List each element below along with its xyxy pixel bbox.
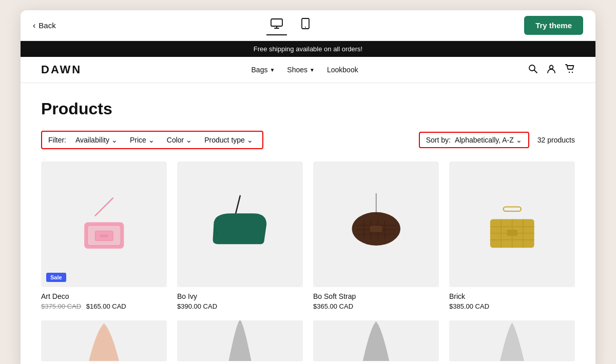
main-content: Products Filter: Availability ⌄ Price ⌄ … [21, 83, 595, 364]
svg-line-10 [95, 198, 112, 215]
product-image-brick [449, 161, 575, 287]
product-card-bo-soft-strap[interactable]: Bo Soft Strap $365.00 CAD [313, 161, 439, 310]
back-button[interactable]: ‹ Back [33, 21, 56, 30]
svg-rect-26 [503, 207, 521, 211]
sale-badge: Sale [46, 273, 66, 282]
product-card-partial-3 [313, 320, 439, 361]
nav-icons [528, 64, 575, 76]
product-grid: Sale Art Deco $375.00 CAD $165.00 CAD [41, 161, 575, 310]
filter-group: Filter: Availability ⌄ Price ⌄ Color ⌄ [41, 131, 263, 149]
store-content: Free shipping available on all orders! D… [21, 41, 595, 364]
product-type-chevron-icon: ⌄ [247, 136, 253, 144]
store-nav: DAWN Bags ▼ Shoes ▼ Lookbook [21, 57, 595, 83]
product-image-partial-3 [313, 320, 439, 361]
back-label: Back [38, 21, 55, 30]
tablet-device-button[interactable] [297, 15, 314, 36]
right-side: Sort by: Alphabetically, A-Z ⌄ 32 produc… [419, 132, 575, 148]
filter-label: Filter: [48, 136, 66, 144]
filter-sort-row: Filter: Availability ⌄ Price ⌄ Color ⌄ [41, 131, 575, 149]
product-image-partial-4 [449, 320, 575, 361]
product-price-art-deco: $375.00 CAD $165.00 CAD [41, 302, 167, 310]
try-theme-button[interactable]: Try theme [524, 16, 583, 35]
desktop-device-button[interactable] [266, 15, 287, 35]
filter-price[interactable]: Price ⌄ [127, 135, 158, 145]
filter-product-type[interactable]: Product type ⌄ [201, 135, 256, 145]
sort-value: Alphabetically, A-Z [455, 136, 514, 144]
svg-point-8 [569, 71, 570, 72]
product-card-art-deco[interactable]: Sale Art Deco $375.00 CAD $165.00 CAD [41, 161, 167, 310]
product-image-art-deco: Sale [41, 161, 167, 287]
svg-point-7 [550, 65, 553, 69]
product-image-bo-ivy [177, 161, 303, 287]
product-image-partial-1 [41, 320, 167, 361]
svg-line-6 [534, 70, 537, 73]
nav-link-bags[interactable]: Bags ▼ [252, 66, 275, 74]
svg-rect-25 [370, 225, 383, 232]
product-card-partial-4 [449, 320, 575, 361]
availability-chevron-icon: ⌄ [111, 136, 118, 144]
svg-rect-34 [507, 230, 517, 236]
search-icon[interactable] [528, 64, 538, 76]
page-title: Products [41, 99, 575, 118]
back-arrow-icon: ‹ [33, 21, 35, 30]
sort-button[interactable]: Alphabetically, A-Z ⌄ [455, 136, 522, 144]
product-price-bo-ivy: $390.00 CAD [177, 302, 303, 310]
device-toggle [266, 15, 314, 36]
color-chevron-icon: ⌄ [186, 136, 192, 144]
cart-icon[interactable] [565, 64, 575, 76]
product-name-bo-soft-strap: Bo Soft Strap [313, 292, 439, 300]
sort-group: Sort by: Alphabetically, A-Z ⌄ [419, 132, 529, 148]
product-card-partial-1 [41, 320, 167, 361]
svg-rect-0 [271, 19, 282, 26]
bags-chevron-icon: ▼ [270, 67, 275, 73]
nav-link-shoes[interactable]: Shoes ▼ [287, 66, 315, 74]
announcement-bar: Free shipping available on all orders! [21, 41, 595, 57]
product-image-bo-soft-strap [313, 161, 439, 287]
svg-point-4 [305, 27, 306, 28]
svg-rect-14 [100, 234, 108, 237]
sort-label: Sort by: [426, 136, 451, 144]
product-image-partial-2 [177, 320, 303, 361]
product-name-brick: Brick [449, 292, 575, 300]
nav-links: Bags ▼ Shoes ▼ Lookbook [252, 66, 358, 74]
product-name-art-deco: Art Deco [41, 292, 167, 300]
shoes-chevron-icon: ▼ [310, 67, 315, 73]
product-name-bo-ivy: Bo Ivy [177, 292, 303, 300]
product-grid-partial [41, 320, 575, 361]
product-card-bo-ivy[interactable]: Bo Ivy $390.00 CAD [177, 161, 303, 310]
product-price-bo-soft-strap: $365.00 CAD [313, 302, 439, 310]
filter-availability[interactable]: Availability ⌄ [72, 135, 121, 145]
store-logo: DAWN [41, 63, 82, 76]
main-window: ‹ Back Try theme [21, 10, 595, 364]
svg-line-15 [236, 196, 240, 213]
price-chevron-icon: ⌄ [148, 136, 155, 144]
top-bar: ‹ Back Try theme [21, 10, 595, 41]
product-card-brick[interactable]: Brick $385.00 CAD [449, 161, 575, 310]
svg-point-9 [572, 71, 573, 72]
nav-link-lookbook[interactable]: Lookbook [327, 66, 358, 74]
product-price-brick: $385.00 CAD [449, 302, 575, 310]
account-icon[interactable] [546, 64, 556, 76]
product-card-partial-2 [177, 320, 303, 361]
announcement-text: Free shipping available on all orders! [254, 45, 362, 53]
filter-color[interactable]: Color ⌄ [164, 135, 195, 145]
sort-chevron-icon: ⌄ [516, 136, 522, 144]
products-count: 32 products [537, 136, 575, 144]
